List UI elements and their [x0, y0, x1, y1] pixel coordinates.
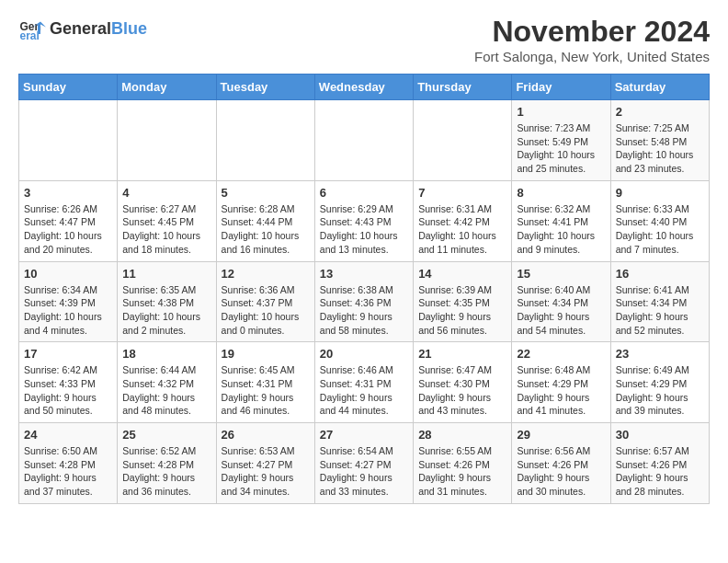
weekday-header-tuesday: Tuesday: [216, 75, 314, 100]
calendar-week-2: 3Sunrise: 6:26 AM Sunset: 4:47 PM Daylig…: [19, 180, 710, 261]
day-info: Sunrise: 6:39 AM Sunset: 4:35 PM Dayligh…: [418, 283, 506, 338]
day-number: 7: [418, 186, 506, 200]
calendar-cell: 12Sunrise: 6:36 AM Sunset: 4:37 PM Dayli…: [216, 261, 314, 342]
day-info: Sunrise: 6:48 AM Sunset: 4:29 PM Dayligh…: [517, 363, 605, 418]
day-info: Sunrise: 6:35 AM Sunset: 4:38 PM Dayligh…: [122, 283, 210, 338]
calendar-week-1: 1Sunrise: 7:23 AM Sunset: 5:49 PM Daylig…: [19, 100, 710, 181]
calendar-cell: [216, 100, 314, 181]
day-info: Sunrise: 6:27 AM Sunset: 4:45 PM Dayligh…: [122, 202, 210, 257]
calendar-cell: 19Sunrise: 6:45 AM Sunset: 4:31 PM Dayli…: [216, 342, 314, 423]
day-info: Sunrise: 6:28 AM Sunset: 4:44 PM Dayligh…: [222, 202, 310, 257]
day-number: 28: [418, 428, 506, 442]
day-info: Sunrise: 6:50 AM Sunset: 4:28 PM Dayligh…: [24, 444, 112, 499]
calendar-cell: 1Sunrise: 7:23 AM Sunset: 5:49 PM Daylig…: [512, 100, 610, 181]
day-number: 9: [616, 186, 704, 200]
calendar-cell: 20Sunrise: 6:46 AM Sunset: 4:31 PM Dayli…: [314, 342, 413, 423]
calendar-cell: 13Sunrise: 6:38 AM Sunset: 4:36 PM Dayli…: [314, 261, 413, 342]
weekday-header-friday: Friday: [512, 75, 610, 100]
day-info: Sunrise: 6:46 AM Sunset: 4:31 PM Dayligh…: [320, 363, 408, 418]
calendar-cell: 21Sunrise: 6:47 AM Sunset: 4:30 PM Dayli…: [414, 342, 512, 423]
day-number: 23: [616, 347, 704, 361]
day-number: 14: [418, 267, 506, 281]
day-info: Sunrise: 6:36 AM Sunset: 4:37 PM Dayligh…: [222, 283, 310, 338]
day-info: Sunrise: 6:26 AM Sunset: 4:47 PM Dayligh…: [24, 202, 112, 257]
day-number: 25: [122, 428, 210, 442]
calendar-cell: 22Sunrise: 6:48 AM Sunset: 4:29 PM Dayli…: [512, 342, 610, 423]
svg-text:eral: eral: [20, 29, 40, 42]
day-info: Sunrise: 6:33 AM Sunset: 4:40 PM Dayligh…: [616, 202, 704, 257]
day-info: Sunrise: 6:56 AM Sunset: 4:26 PM Dayligh…: [517, 444, 605, 499]
calendar-cell: 9Sunrise: 6:33 AM Sunset: 4:40 PM Daylig…: [610, 180, 709, 261]
day-info: Sunrise: 6:40 AM Sunset: 4:34 PM Dayligh…: [517, 283, 605, 338]
day-info: Sunrise: 6:45 AM Sunset: 4:31 PM Dayligh…: [222, 363, 310, 418]
day-number: 19: [222, 347, 310, 361]
day-number: 27: [320, 428, 408, 442]
weekday-header-row: SundayMondayTuesdayWednesdayThursdayFrid…: [19, 75, 710, 100]
day-number: 29: [517, 428, 605, 442]
logo-icon: Gen eral: [18, 15, 46, 42]
calendar-cell: 27Sunrise: 6:54 AM Sunset: 4:27 PM Dayli…: [314, 423, 413, 504]
weekday-header-wednesday: Wednesday: [314, 75, 413, 100]
calendar-cell: 28Sunrise: 6:55 AM Sunset: 4:26 PM Dayli…: [414, 423, 512, 504]
calendar-cell: 18Sunrise: 6:44 AM Sunset: 4:32 PM Dayli…: [118, 342, 216, 423]
day-info: Sunrise: 6:47 AM Sunset: 4:30 PM Dayligh…: [418, 363, 506, 418]
calendar-cell: [118, 100, 216, 181]
weekday-header-monday: Monday: [118, 75, 216, 100]
day-info: Sunrise: 6:54 AM Sunset: 4:27 PM Dayligh…: [320, 444, 408, 499]
logo-general-text: General: [50, 19, 111, 38]
calendar-cell: 11Sunrise: 6:35 AM Sunset: 4:38 PM Dayli…: [118, 261, 216, 342]
calendar-week-3: 10Sunrise: 6:34 AM Sunset: 4:39 PM Dayli…: [19, 261, 710, 342]
day-number: 10: [24, 267, 112, 281]
calendar-cell: 16Sunrise: 6:41 AM Sunset: 4:34 PM Dayli…: [610, 261, 709, 342]
calendar-cell: [314, 100, 413, 181]
day-number: 15: [517, 267, 605, 281]
day-info: Sunrise: 6:44 AM Sunset: 4:32 PM Dayligh…: [122, 363, 210, 418]
calendar-cell: 24Sunrise: 6:50 AM Sunset: 4:28 PM Dayli…: [19, 423, 118, 504]
logo-blue-text: Blue: [111, 19, 147, 38]
header: Gen eral GeneralBlue November 2024 Fort …: [18, 15, 710, 64]
logo: Gen eral GeneralBlue: [18, 15, 147, 42]
day-number: 22: [517, 347, 605, 361]
calendar-week-5: 24Sunrise: 6:50 AM Sunset: 4:28 PM Dayli…: [19, 423, 710, 504]
day-number: 11: [122, 267, 210, 281]
day-number: 5: [222, 186, 310, 200]
title-area: November 2024 Fort Salonga, New York, Un…: [474, 15, 710, 64]
month-title: November 2024: [474, 15, 710, 49]
day-info: Sunrise: 6:29 AM Sunset: 4:43 PM Dayligh…: [320, 202, 408, 257]
day-info: Sunrise: 6:32 AM Sunset: 4:41 PM Dayligh…: [517, 202, 605, 257]
day-info: Sunrise: 6:31 AM Sunset: 4:42 PM Dayligh…: [418, 202, 506, 257]
calendar-cell: [414, 100, 512, 181]
day-number: 1: [517, 105, 605, 119]
calendar-body: 1Sunrise: 7:23 AM Sunset: 5:49 PM Daylig…: [19, 100, 710, 504]
calendar-cell: 17Sunrise: 6:42 AM Sunset: 4:33 PM Dayli…: [19, 342, 118, 423]
day-info: Sunrise: 6:57 AM Sunset: 4:26 PM Dayligh…: [616, 444, 704, 499]
day-info: Sunrise: 6:41 AM Sunset: 4:34 PM Dayligh…: [616, 283, 704, 338]
calendar-cell: 30Sunrise: 6:57 AM Sunset: 4:26 PM Dayli…: [610, 423, 709, 504]
day-info: Sunrise: 6:38 AM Sunset: 4:36 PM Dayligh…: [320, 283, 408, 338]
calendar-cell: 25Sunrise: 6:52 AM Sunset: 4:28 PM Dayli…: [118, 423, 216, 504]
calendar-cell: 29Sunrise: 6:56 AM Sunset: 4:26 PM Dayli…: [512, 423, 610, 504]
calendar-cell: 15Sunrise: 6:40 AM Sunset: 4:34 PM Dayli…: [512, 261, 610, 342]
calendar-cell: 10Sunrise: 6:34 AM Sunset: 4:39 PM Dayli…: [19, 261, 118, 342]
weekday-header-thursday: Thursday: [414, 75, 512, 100]
day-info: Sunrise: 6:34 AM Sunset: 4:39 PM Dayligh…: [24, 283, 112, 338]
day-number: 16: [616, 267, 704, 281]
calendar-cell: 8Sunrise: 6:32 AM Sunset: 4:41 PM Daylig…: [512, 180, 610, 261]
day-info: Sunrise: 6:42 AM Sunset: 4:33 PM Dayligh…: [24, 363, 112, 418]
day-number: 21: [418, 347, 506, 361]
day-number: 24: [24, 428, 112, 442]
calendar-cell: 26Sunrise: 6:53 AM Sunset: 4:27 PM Dayli…: [216, 423, 314, 504]
day-number: 26: [222, 428, 310, 442]
day-number: 4: [122, 186, 210, 200]
day-number: 18: [122, 347, 210, 361]
day-number: 2: [616, 105, 704, 119]
day-number: 20: [320, 347, 408, 361]
day-info: Sunrise: 7:23 AM Sunset: 5:49 PM Dayligh…: [517, 121, 605, 176]
calendar-cell: 7Sunrise: 6:31 AM Sunset: 4:42 PM Daylig…: [414, 180, 512, 261]
calendar-cell: 23Sunrise: 6:49 AM Sunset: 4:29 PM Dayli…: [610, 342, 709, 423]
day-info: Sunrise: 6:55 AM Sunset: 4:26 PM Dayligh…: [418, 444, 506, 499]
day-number: 3: [24, 186, 112, 200]
day-number: 12: [222, 267, 310, 281]
calendar-cell: 5Sunrise: 6:28 AM Sunset: 4:44 PM Daylig…: [216, 180, 314, 261]
day-number: 6: [320, 186, 408, 200]
